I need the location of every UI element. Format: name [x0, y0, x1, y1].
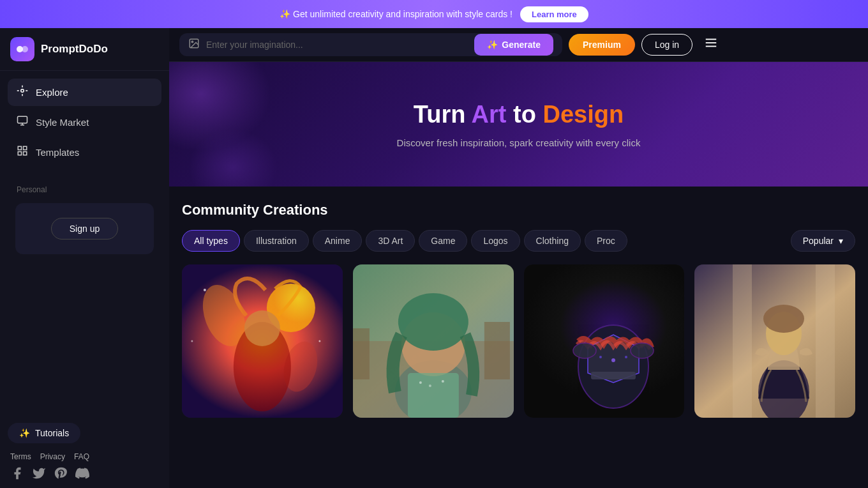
- logo-text: PromptDoDo: [41, 43, 108, 56]
- image-grid: [182, 264, 855, 431]
- svg-point-30: [419, 381, 422, 384]
- svg-point-36: [573, 343, 596, 358]
- pinterest-icon[interactable]: [54, 466, 68, 480]
- privacy-link[interactable]: Privacy: [40, 452, 65, 461]
- twitter-icon[interactable]: [32, 466, 46, 480]
- style-market-icon: [17, 115, 28, 130]
- app-container: ✨ Get unlimited creativity and inspirati…: [0, 0, 868, 488]
- logo-area: PromptDoDo: [0, 28, 169, 71]
- image-card-2[interactable]: [353, 264, 514, 418]
- discord-icon[interactable]: [75, 466, 89, 480]
- facebook-icon[interactable]: [10, 466, 24, 480]
- hero-subtitle: Discover fresh inspiration, spark creati…: [397, 137, 641, 148]
- templates-icon: [17, 145, 28, 160]
- tab-clothing[interactable]: Clothing: [524, 230, 581, 252]
- hero-art-word: Art: [472, 101, 507, 128]
- svg-point-2: [21, 89, 24, 93]
- svg-point-38: [611, 358, 615, 362]
- sign-up-button[interactable]: Sign up: [51, 218, 118, 240]
- search-input[interactable]: [206, 33, 468, 56]
- tab-logos[interactable]: Logos: [471, 230, 520, 252]
- sidebar-item-explore[interactable]: Explore: [8, 79, 161, 106]
- svg-rect-29: [408, 373, 459, 418]
- community-title: Community Creations: [182, 202, 855, 218]
- image-card-4[interactable]: [694, 264, 855, 418]
- svg-point-19: [204, 289, 206, 291]
- svg-point-1: [22, 46, 28, 52]
- svg-point-46: [763, 305, 804, 333]
- svg-rect-25: [484, 322, 510, 379]
- community-section: Community Creations All types Illustrati…: [169, 187, 868, 431]
- svg-point-21: [191, 340, 193, 342]
- svg-rect-43: [816, 264, 835, 418]
- svg-point-31: [429, 385, 431, 387]
- sidebar: PromptDoDo Explore Style Market: [0, 28, 169, 488]
- banner-text: ✨ Get unlimited creativity and inspirati…: [280, 9, 513, 19]
- svg-rect-42: [733, 264, 752, 418]
- search-bar: ✨ Generate: [179, 33, 562, 56]
- artwork-1: [182, 264, 343, 418]
- svg-rect-3: [18, 116, 27, 123]
- svg-point-37: [631, 343, 654, 358]
- menu-button[interactable]: [699, 33, 723, 56]
- svg-rect-5: [24, 146, 27, 149]
- tab-game[interactable]: Game: [419, 230, 467, 252]
- image-icon: [188, 38, 200, 52]
- terms-link[interactable]: Terms: [10, 452, 31, 461]
- hero-banner: Turn Art to Design Discover fresh inspir…: [169, 62, 868, 187]
- logo-icon: [10, 37, 34, 61]
- svg-point-28: [398, 293, 468, 351]
- generate-button[interactable]: ✨ Generate: [474, 34, 553, 56]
- svg-point-20: [318, 340, 320, 342]
- sidebar-footer: ✨ Tutorials Terms Privacy FAQ: [0, 415, 169, 488]
- faq-link[interactable]: FAQ: [74, 452, 89, 461]
- svg-rect-7: [24, 152, 27, 155]
- image-card-3[interactable]: [524, 264, 685, 418]
- personal-section: Personal Sign up: [0, 176, 169, 259]
- svg-rect-4: [18, 146, 21, 149]
- sidebar-item-style-market[interactable]: Style Market: [8, 109, 161, 136]
- hero-title: Turn Art to Design: [414, 101, 624, 128]
- artwork-3: [524, 264, 685, 418]
- app-body: PromptDoDo Explore Style Market: [0, 28, 868, 488]
- personal-box: Sign up: [15, 203, 154, 254]
- svg-point-18: [244, 310, 280, 346]
- artwork-2: [353, 264, 514, 418]
- svg-rect-35: [591, 372, 636, 379]
- filter-tabs: All types Illustration Anime 3D Art Game…: [182, 230, 855, 252]
- image-card-1[interactable]: [182, 264, 343, 418]
- explore-icon: [17, 85, 28, 100]
- premium-button[interactable]: Premium: [569, 34, 635, 56]
- chevron-down-icon: ▾: [839, 236, 843, 246]
- sidebar-item-explore-label: Explore: [36, 87, 68, 98]
- tab-3d-art[interactable]: 3D Art: [366, 230, 415, 252]
- artwork-4: [694, 264, 855, 418]
- svg-point-32: [442, 380, 444, 383]
- main-area: ✨ Generate Premium Log in Turn Art to De…: [169, 28, 868, 488]
- svg-point-39: [599, 356, 602, 358]
- sort-dropdown[interactable]: Popular ▾: [791, 230, 855, 252]
- tab-proc[interactable]: Proc: [585, 230, 627, 252]
- svg-point-40: [625, 356, 627, 358]
- tutorials-icon: ✨: [19, 428, 30, 438]
- tab-illustration[interactable]: Illustration: [244, 230, 309, 252]
- tab-all-types[interactable]: All types: [182, 230, 240, 252]
- tutorials-button[interactable]: ✨ Tutorials: [8, 423, 80, 443]
- personal-label: Personal: [8, 176, 161, 198]
- sidebar-spacer: [0, 259, 169, 415]
- generate-sparkle-icon: ✨: [487, 40, 498, 50]
- tab-anime[interactable]: Anime: [313, 230, 363, 252]
- footer-links: Terms Privacy FAQ: [8, 452, 161, 466]
- svg-rect-24: [353, 328, 370, 379]
- learn-more-button[interactable]: Learn more: [520, 6, 588, 22]
- top-header: ✨ Generate Premium Log in: [169, 28, 868, 62]
- sidebar-item-templates-label: Templates: [36, 147, 79, 158]
- login-button[interactable]: Log in: [641, 34, 692, 56]
- svg-point-9: [191, 41, 193, 42]
- hero-design-word: Design: [542, 101, 624, 128]
- social-icons: [8, 466, 161, 480]
- svg-rect-6: [18, 152, 21, 155]
- sidebar-item-templates[interactable]: Templates: [8, 139, 161, 166]
- top-banner: ✨ Get unlimited creativity and inspirati…: [0, 0, 868, 28]
- sidebar-item-style-market-label: Style Market: [36, 117, 89, 128]
